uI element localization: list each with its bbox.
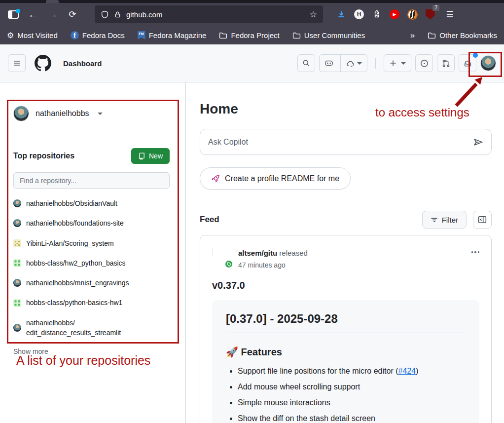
lock-icon[interactable]: [114, 11, 121, 18]
issue-link[interactable]: #424: [398, 367, 416, 375]
feed-timestamp: 47 minutes ago: [238, 261, 308, 269]
extensions-button[interactable]: [370, 8, 383, 21]
feed-card-header: altsem/gitu released 47 minutes ago: [212, 247, 479, 269]
ask-copilot-box[interactable]: [200, 129, 492, 155]
filter-button[interactable]: Filter: [422, 211, 467, 229]
header-divider: [375, 58, 376, 69]
repo-list-item[interactable]: YibinLi-Alan/Scoring_system: [13, 238, 170, 248]
downloads-button[interactable]: [335, 8, 348, 21]
url-bar[interactable]: github.com ☆: [95, 5, 323, 23]
extension-h-button[interactable]: H: [353, 8, 365, 21]
repo-avatar[interactable]: [212, 247, 213, 256]
bookmark-star-icon[interactable]: ☆: [310, 9, 317, 20]
show-more-link[interactable]: Show more: [13, 347, 170, 355]
user-switcher[interactable]: nathanielhobbs: [13, 106, 170, 121]
folder-icon: [292, 32, 301, 39]
github-logo[interactable]: [35, 55, 51, 72]
issue-opened-icon: [420, 59, 429, 68]
repo-list-item[interactable]: nathanielhobbs/ edit_distance_results_st…: [13, 318, 170, 338]
page-title: Home: [200, 101, 492, 117]
play-icon: ▶: [390, 9, 399, 19]
repo-name: hobbs-class/hw2_python_basics: [26, 258, 126, 268]
ublock-button[interactable]: 7: [424, 8, 436, 21]
repo-list-item[interactable]: nathanielhobbs/ObsidianVault: [13, 198, 170, 208]
repo-link[interactable]: altsem/gitu: [238, 249, 277, 257]
notification-dot: [473, 53, 478, 58]
repo-name: YibinLi-Alan/Scoring_system: [26, 238, 114, 248]
repo-list-item[interactable]: nathanielhobbs/foundations-site: [13, 218, 170, 228]
badger-icon: [407, 9, 418, 20]
repo-owner-avatar: [13, 279, 21, 287]
reload-button[interactable]: ⟳: [64, 6, 81, 22]
repo-name: nathanielhobbs/mnist_engravings: [26, 278, 129, 288]
bookmarks-overflow-button[interactable]: »: [410, 31, 415, 40]
find-repository-input[interactable]: [13, 172, 170, 189]
bookmark-fedora-docs[interactable]: f Fedora Docs: [71, 31, 125, 39]
shield-icon[interactable]: [101, 10, 109, 19]
repo-owner-identicon: [13, 299, 21, 307]
bookmark-other-bookmarks[interactable]: Other Bookmarks: [428, 31, 497, 39]
fedora-icon: f: [71, 31, 79, 39]
dashboard-body: nathanielhobbs Top repositories New nath…: [0, 82, 504, 423]
copilot-button[interactable]: [320, 55, 338, 72]
notification-dot: [16, 9, 20, 13]
feature-text: Support file line positions for the micr…: [238, 367, 398, 375]
firefox-view-button[interactable]: [5, 6, 22, 22]
menu-button[interactable]: ☰: [441, 6, 458, 22]
repo-list-item[interactable]: hobbs-class/python-basics-hw1: [13, 298, 170, 308]
fedora-magazine-icon: FM: [138, 31, 145, 39]
video-extension-button[interactable]: ▶: [388, 8, 401, 21]
repo-list-item[interactable]: nathanielhobbs/mnist_engravings: [13, 278, 170, 288]
feature-item: Simple mouse interactions: [238, 398, 466, 407]
new-repository-button[interactable]: New: [131, 148, 170, 164]
repo-owner-avatar: [13, 219, 21, 227]
privacy-badger-button[interactable]: [406, 8, 419, 21]
header-actions: [297, 54, 496, 72]
kebab-menu-button[interactable]: [471, 247, 480, 253]
url-text[interactable]: github.com: [126, 10, 305, 19]
search-button[interactable]: [297, 54, 315, 72]
repo-icon: [138, 153, 145, 160]
issues-button[interactable]: [415, 54, 433, 72]
cloud-icon: [346, 59, 355, 68]
toolbar-extensions: H ▶ 7 ☰: [335, 6, 458, 22]
bookmarks-bar: ⚙ Most Visited f Fedora Docs FM Fedora M…: [0, 26, 504, 44]
send-icon[interactable]: [473, 137, 483, 147]
notifications-button[interactable]: [459, 54, 476, 72]
bookmark-user-communities[interactable]: User Communities: [292, 31, 365, 39]
chevron-down-icon: [98, 113, 103, 115]
user-avatar[interactable]: [480, 55, 496, 71]
username: nathanielhobbs: [36, 109, 89, 118]
create-readme-button[interactable]: Create a profile README for me: [200, 167, 351, 190]
feature-item: Add mouse wheel scrolling support: [238, 383, 466, 391]
pull-requests-button[interactable]: [437, 54, 455, 72]
repo-name: nathanielhobbs/foundations-site: [26, 218, 124, 228]
page-context-title: Dashboard: [63, 59, 102, 68]
feed-action: released: [279, 249, 308, 257]
search-icon: [302, 59, 310, 67]
repo-list-item[interactable]: hobbs-class/hw2_python_basics: [13, 258, 170, 268]
folder-icon: [428, 32, 436, 39]
features-heading: 🚀 Features: [226, 346, 466, 358]
global-nav-menu-button[interactable]: [8, 54, 26, 72]
ask-copilot-input[interactable]: [208, 138, 473, 147]
back-button[interactable]: ←: [25, 6, 41, 22]
git-pull-request-icon: [442, 59, 450, 68]
bookmark-fedora-magazine[interactable]: FM Fedora Magazine: [138, 31, 207, 39]
feed-card: altsem/gitu released 47 minutes ago v0.3…: [200, 235, 492, 423]
bookmark-most-visited[interactable]: ⚙ Most Visited: [7, 31, 58, 40]
sidebar-collapse-icon: [478, 215, 487, 224]
bookmark-fedora-project[interactable]: Fedora Project: [219, 31, 279, 39]
changelog-heading: [0.37.0] - 2025-09-28: [226, 312, 466, 333]
gear-icon: ⚙: [7, 31, 14, 40]
chevron-down-icon: [357, 62, 362, 65]
create-new-button[interactable]: [384, 54, 411, 72]
window-top-strip: [0, 0, 504, 3]
release-title[interactable]: v0.37.0: [212, 280, 479, 291]
toggle-side-panel-button[interactable]: [473, 211, 492, 229]
copilot-dropdown[interactable]: [340, 55, 367, 72]
dashboard-sidebar: nathanielhobbs Top repositories New nath…: [0, 82, 186, 423]
bookmark-label: Fedora Docs: [82, 31, 125, 39]
feature-text: ): [416, 367, 418, 375]
release-notes: [0.37.0] - 2025-09-28 🚀 Features Support…: [212, 300, 479, 423]
